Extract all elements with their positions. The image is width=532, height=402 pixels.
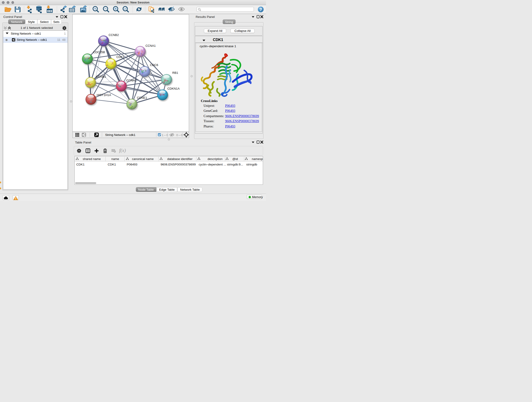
svg-text:CCNA2: CCNA2 [127,79,137,82]
svg-text:CDC6: CDC6 [150,63,158,67]
svg-text:CCNB1: CCNB1 [96,75,106,78]
svg-text:CCNE1: CCNE1 [137,96,147,99]
svg-text:CDKN1A: CDKN1A [167,87,180,90]
svg-text:CCNA1: CCNA1 [146,44,156,47]
svg-text:RB1: RB1 [172,71,178,75]
svg-text:CCNB2: CCNB2 [109,33,119,37]
svg-text:CDC25B: CDC25B [93,51,105,54]
svg-text:CDK1: CDK1 [116,55,124,59]
svg-text:HIST1H1A: HIST1H1A [97,93,111,97]
